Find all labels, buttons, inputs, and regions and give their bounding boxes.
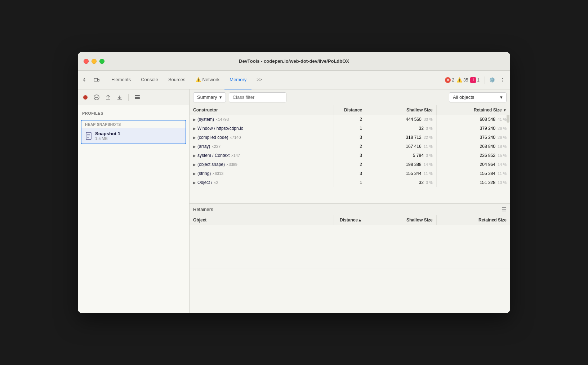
constructor-name: (system) [197,117,214,122]
expand-arrow[interactable]: ▶ [193,181,196,185]
constructor-name: Window / https://cdpn.io [197,126,243,131]
record-icon [83,95,88,100]
more-options-icon[interactable]: ⋮ [497,75,507,85]
count-badge: ×6313 [212,171,223,176]
info-badge[interactable]: i 1 [470,77,480,83]
count-badge: ×227 [211,144,220,149]
retained-pct: 26 % [498,135,507,140]
expand-arrow[interactable]: ▶ [193,145,196,149]
col-constructor[interactable]: Constructor [190,105,334,115]
shallow-cell: 318 71222 % [366,133,437,142]
clear-button[interactable] [92,92,102,102]
heap-snapshots-label: HEAP SNAPSHOTS [81,120,186,128]
count-badge: ×14793 [215,117,229,122]
download-button[interactable] [115,92,125,102]
profiles-label: Profiles [78,105,189,118]
snapshot-name: Snapshot 1 [95,131,182,136]
expand-arrow[interactable]: ▶ [193,154,196,158]
settings-icon[interactable]: ⚙️ [487,75,497,85]
responsive-icon[interactable] [92,75,102,85]
constructor-cell: ▶ (compiled code) ×7140 [193,135,330,140]
toolbar-sep-2 [485,76,485,84]
sidebar-sep [128,94,129,101]
warning-icon: ⚠️ [456,77,462,83]
summary-select[interactable]: Summary ▾ [193,92,226,102]
distance-cell: 3 [334,151,366,160]
svg-rect-13 [135,95,140,96]
expand-arrow[interactable]: ▶ [193,163,196,167]
content-area: Profiles HEAP SNAPSHOTS Snapshot 1 [78,89,510,313]
titlebar: DevTools - codepen.io/web-dot-dev/live/P… [78,52,510,71]
col-shallow[interactable]: Shallow Size [366,105,437,115]
snapshot-file-icon [85,132,92,140]
col-distance[interactable]: Distance [334,105,366,115]
tab-network[interactable]: ⚠️ Network [191,71,225,89]
minimize-button[interactable] [92,59,97,64]
class-filter-input[interactable] [229,92,286,102]
tab-more[interactable]: >> [251,71,267,89]
ret-col-retained[interactable]: Retained Size [436,215,510,225]
shallow-cell: 320 % [366,124,437,133]
expand-arrow[interactable]: ▶ [193,127,196,131]
ret-col-distance[interactable]: Distance▲ [334,215,366,225]
constructor-cell: ▶ (string) ×6313 [193,171,330,176]
table-row[interactable]: ▶ (array) ×227 2 167 41611 % 268 84018 % [190,142,510,151]
constructor-name: (array) [197,144,210,149]
table-row[interactable]: ▶ (compiled code) ×7140 3 318 71222 % 37… [190,133,510,142]
constructor-name: (object shape) [197,162,225,167]
tab-console[interactable]: Console [136,71,163,89]
expand-arrow[interactable]: ▶ [193,136,196,140]
collect-button[interactable] [132,92,142,102]
retained-pct: 15 % [498,153,507,158]
ret-col-object[interactable]: Object [190,215,334,225]
traffic-lights [84,59,104,64]
table-row[interactable]: ▶ (object shape) ×3389 2 198 38814 % 204… [190,160,510,169]
count-badge: ×3389 [226,162,237,167]
maximize-button[interactable] [99,59,104,64]
toolbar-separator [104,76,104,84]
cursor-icon[interactable]: ⌖ [81,75,91,85]
table-row[interactable]: ▶ (string) ×6313 3 155 34411 % 155 38411… [190,169,510,178]
shallow-cell: 167 41611 % [366,142,437,151]
table-row[interactable]: ▶ Window / https://cdpn.io 1 320 % 379 2… [190,124,510,133]
tab-sources[interactable]: Sources [163,71,191,89]
retained-pct: 10 % [498,180,507,185]
expand-arrow[interactable]: ▶ [193,118,196,122]
error-icon: ✕ [445,77,451,83]
shallow-pct: 11 % [424,171,433,176]
tab-elements[interactable]: Elements [106,71,136,89]
error-badge[interactable]: ✕ 2 [445,77,454,83]
retainers-table-container: Object Distance▲ Shallow Size Retained S… [190,215,510,313]
distance-cell: 2 [334,142,366,151]
memory-toolbar [78,89,189,105]
shallow-pct: 0 % [426,153,433,158]
snapshot-item[interactable]: Snapshot 1 1.5 MB [81,128,186,144]
shallow-pct: 0 % [426,126,433,131]
close-button[interactable] [84,59,89,64]
retained-pct: 18 % [498,144,507,149]
retained-cell: 379 24026 % [436,124,510,133]
warning-badge[interactable]: ⚠️ 35 [456,77,468,83]
tab-memory[interactable]: Memory [224,71,251,89]
retainers-menu-icon[interactable]: ☰ [502,206,507,213]
ret-col-shallow[interactable]: Shallow Size [366,215,437,225]
retainers-table: Object Distance▲ Shallow Size Retained S… [190,215,510,268]
table-row[interactable]: ▶ system / Context ×147 3 5 7840 % 226 8… [190,151,510,160]
distance-cell: 3 [334,133,366,142]
constructor-cell: ▶ Object / ×2 [193,180,330,185]
expand-arrow[interactable]: ▶ [193,172,196,176]
distance-cell: 2 [334,115,366,124]
network-warning-icon: ⚠️ [196,77,201,82]
table-row[interactable]: ▶ (system) ×14793 2 444 56030 % 608 5484… [190,115,510,124]
main-toolbar: ⌖ Elements Console Sources ⚠️ [78,71,510,89]
svg-rect-15 [135,98,140,99]
upload-button[interactable] [103,92,113,102]
col-retained[interactable]: Retained Size ▼ [436,105,510,115]
retained-pct: 41 % [498,117,507,122]
record-button[interactable] [81,93,90,102]
constructor-cell: ▶ (object shape) ×3389 [193,162,330,167]
retained-cell: 151 32810 % [436,178,510,187]
table-row[interactable]: ▶ Object / ×2 1 320 % 151 32810 % [190,178,510,187]
all-objects-select[interactable]: All objects ▾ [449,92,507,102]
shallow-cell: 5 7840 % [366,151,437,160]
